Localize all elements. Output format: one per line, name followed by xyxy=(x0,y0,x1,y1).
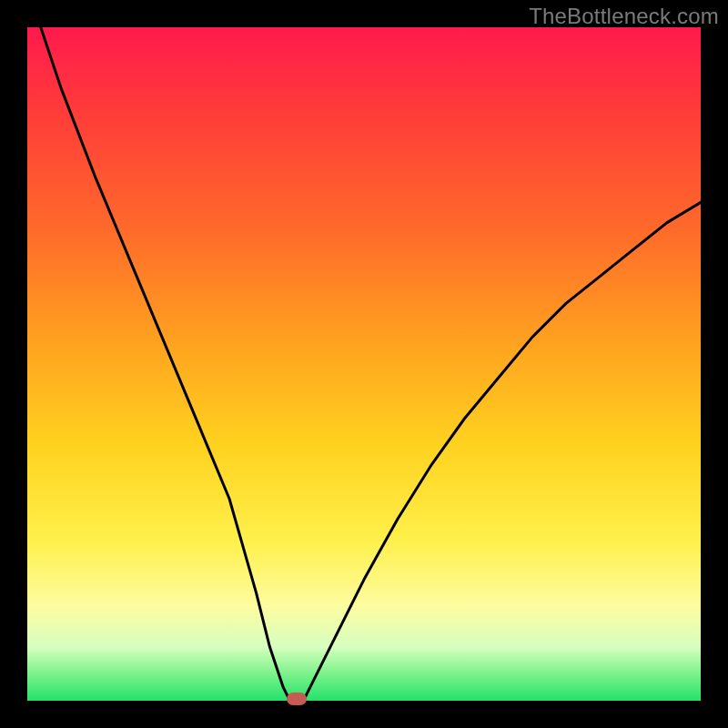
chart-frame: TheBottleneck.com xyxy=(0,0,728,728)
plot-area xyxy=(27,27,701,701)
bottleneck-curve xyxy=(27,27,701,701)
watermark-text: TheBottleneck.com xyxy=(529,4,719,29)
optimal-point-marker xyxy=(287,693,307,705)
